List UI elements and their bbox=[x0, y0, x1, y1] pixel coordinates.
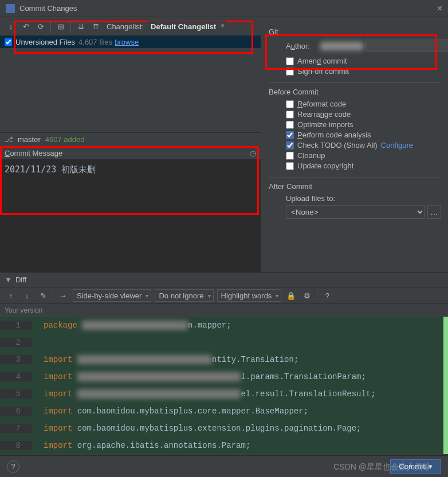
code-text: import com.baomidou.mybatisplus.core.map… bbox=[32, 407, 308, 416]
optimize-checkbox[interactable] bbox=[286, 121, 294, 129]
file-row[interactable]: Unversioned Files 4,607 files browse bbox=[0, 36, 261, 48]
author-label: Author: bbox=[286, 42, 320, 50]
toolbar-sep bbox=[50, 21, 51, 31]
close-icon[interactable]: × bbox=[437, 3, 442, 14]
amend-checkbox[interactable] bbox=[286, 57, 294, 65]
chevron-down-icon: ▾ bbox=[429, 462, 433, 471]
optimize-label: Optimize imports bbox=[297, 120, 353, 129]
line-number: 1 bbox=[0, 321, 32, 330]
sep bbox=[53, 290, 53, 301]
scrollbar-marker[interactable] bbox=[443, 317, 448, 454]
author-value-blur: hidden bbox=[320, 42, 363, 50]
signoff-checkbox[interactable] bbox=[286, 68, 294, 76]
lock-icon[interactable]: 🔒 bbox=[285, 289, 297, 302]
file-count: 4,607 files bbox=[78, 38, 112, 46]
branch-bar: ⎇ master 4607 added bbox=[0, 132, 261, 146]
added-count: 4607 added bbox=[45, 135, 85, 144]
diff-caret-icon: ▼ bbox=[5, 275, 12, 284]
line-number: 6 bbox=[0, 407, 32, 416]
viewer-dropdown[interactable]: Side-by-side viewer bbox=[73, 289, 151, 302]
refresh-icon[interactable]: ⟳ bbox=[34, 20, 47, 33]
rearrange-label: Rearrange code bbox=[297, 110, 351, 119]
upload-label: Upload files to: bbox=[269, 194, 441, 203]
code-text: import cn.xxxxxxxxxxx.xxxxx.xxxx.xxxxx.x… bbox=[32, 372, 366, 381]
group-icon[interactable]: ⊞ bbox=[54, 20, 67, 33]
code-viewer[interactable]: 1package cn.xxx.xxxx.xxxx.xxxxxn.mapper;… bbox=[0, 317, 448, 454]
code-line[interactable]: 2 bbox=[0, 334, 448, 351]
changelist-label: Changelist: bbox=[107, 22, 144, 31]
code-text: import org.apache.ibatis.annotations.Par… bbox=[32, 441, 250, 450]
separator bbox=[269, 177, 441, 178]
rollback-icon[interactable]: ↶ bbox=[19, 20, 32, 33]
bottom-bar: ? Commit▾ bbox=[0, 455, 448, 477]
todo-checkbox[interactable] bbox=[286, 141, 294, 149]
next-diff-icon[interactable]: ↓ bbox=[21, 289, 33, 302]
amend-label: Amend commit bbox=[297, 57, 347, 65]
gear-icon[interactable]: ⚙ bbox=[301, 289, 313, 302]
toolbar-sep bbox=[70, 21, 71, 31]
reformat-label: Reformat code bbox=[297, 100, 346, 108]
line-number: 5 bbox=[0, 389, 32, 399]
sep bbox=[317, 290, 317, 301]
commit-button[interactable]: Commit▾ bbox=[390, 459, 441, 474]
file-name: Unversioned Files bbox=[15, 38, 75, 46]
code-text: import cn.xxxxxxxxxxx.xxxxx.xxxx.xxntity… bbox=[32, 355, 298, 364]
cleanup-checkbox[interactable] bbox=[286, 152, 294, 160]
changelist-dropdown[interactable]: Default Changelist bbox=[147, 21, 226, 32]
file-checkbox[interactable] bbox=[5, 38, 12, 46]
branch-icon: ⎇ bbox=[5, 135, 13, 144]
highlight-dropdown[interactable]: Highlight words bbox=[217, 289, 282, 302]
titlebar: Commit Changes × bbox=[0, 0, 448, 17]
code-text: import cn.xxxxxxxxxxx.xxxxx.xxxx.xxxxx.x… bbox=[32, 389, 376, 399]
diff-header[interactable]: ▼ Diff bbox=[0, 272, 448, 287]
diff-toolbar: ↑ ↓ ✎ → Side-by-side viewer Do not ignor… bbox=[0, 287, 448, 304]
code-line[interactable]: 1package cn.xxx.xxxx.xxxx.xxxxxn.mapper; bbox=[0, 317, 448, 334]
window-title: Commit Changes bbox=[19, 4, 437, 13]
edit-icon[interactable]: ✎ bbox=[37, 289, 49, 302]
line-number: 7 bbox=[0, 424, 32, 433]
commit-msg-header: Commit Message ◷ bbox=[0, 146, 261, 160]
nav-icon[interactable]: → bbox=[57, 289, 69, 302]
code-line[interactable]: 6import com.baomidou.mybatisplus.core.ma… bbox=[0, 403, 448, 420]
help-button[interactable]: ? bbox=[7, 460, 19, 473]
configure-link[interactable]: Configure bbox=[381, 141, 413, 149]
browse-link[interactable]: browse bbox=[115, 38, 139, 46]
history-icon[interactable]: ◷ bbox=[250, 149, 256, 157]
upload-browse-button[interactable]: … bbox=[427, 205, 441, 219]
git-section-title: Git bbox=[269, 27, 441, 36]
copyright-label: Update copyright bbox=[297, 161, 353, 170]
line-number: 4 bbox=[0, 372, 32, 381]
upload-select[interactable]: <None> bbox=[286, 205, 425, 219]
collapse-all-icon[interactable]: ⇈ bbox=[89, 20, 102, 33]
code-text: import com.baomidou.mybatisplus.extensio… bbox=[32, 424, 361, 433]
branch-name: master bbox=[18, 135, 41, 144]
expand-all-icon[interactable]: ⇊ bbox=[74, 20, 87, 33]
code-line[interactable]: 7import com.baomidou.mybatisplus.extensi… bbox=[0, 420, 448, 437]
todo-label: Check TODO (Show All) bbox=[297, 141, 378, 149]
version-label: Your version bbox=[0, 304, 448, 317]
author-input[interactable] bbox=[366, 40, 448, 52]
file-list: Unversioned Files 4,607 files browse bbox=[0, 36, 261, 132]
code-line[interactable]: 5import cn.xxxxxxxxxxx.xxxxx.xxxx.xxxxx.… bbox=[0, 385, 448, 403]
reformat-checkbox[interactable] bbox=[286, 100, 294, 108]
code-line[interactable]: 8import org.apache.ibatis.annotations.Pa… bbox=[0, 437, 448, 454]
analysis-checkbox[interactable] bbox=[286, 131, 294, 139]
ignore-dropdown[interactable]: Do not ignore bbox=[155, 289, 213, 302]
rearrange-checkbox[interactable] bbox=[286, 111, 294, 119]
code-text: package cn.xxx.xxxx.xxxx.xxxxxn.mapper; bbox=[32, 321, 231, 330]
code-line[interactable]: 4import cn.xxxxxxxxxxx.xxxxx.xxxx.xxxxx.… bbox=[0, 368, 448, 385]
line-number: 2 bbox=[0, 338, 32, 347]
copyright-checkbox[interactable] bbox=[286, 162, 294, 170]
diff-label: Diff bbox=[15, 275, 26, 284]
expand-icon[interactable]: ↕ bbox=[5, 20, 17, 33]
commit-msg-input[interactable]: 2021/11/23 初版未删 bbox=[0, 160, 261, 272]
cleanup-label: Cleanup bbox=[297, 151, 325, 160]
code-line[interactable]: 3import cn.xxxxxxxxxxx.xxxxx.xxxx.xxntit… bbox=[0, 351, 448, 368]
line-number: 3 bbox=[0, 355, 32, 364]
line-number: 8 bbox=[0, 441, 32, 450]
prev-diff-icon[interactable]: ↑ bbox=[5, 289, 17, 302]
analysis-label: Perform code analysis bbox=[297, 131, 371, 139]
help-icon[interactable]: ? bbox=[321, 289, 333, 302]
signoff-label: Sign-off commit bbox=[297, 67, 349, 76]
app-icon bbox=[6, 4, 15, 13]
